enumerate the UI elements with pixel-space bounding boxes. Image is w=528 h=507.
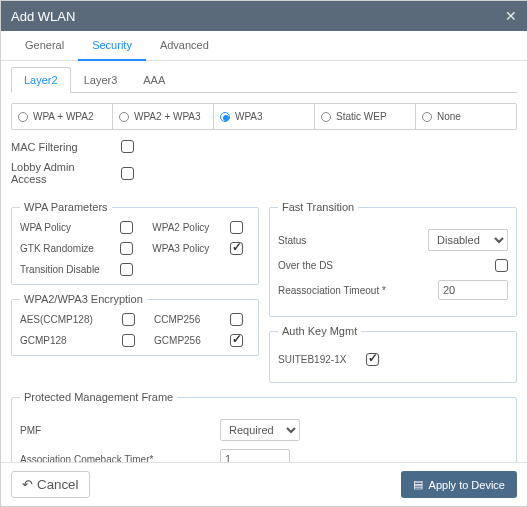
security-mode-radios: WPA + WPA2 WPA2 + WPA3 WPA3 Static WEP N…: [11, 103, 517, 130]
gcmp256-label: GCMP256: [154, 335, 218, 346]
pmf-fieldset: Protected Management Frame PMF Required …: [11, 391, 517, 462]
aes-ccmp128-checkbox[interactable]: [122, 313, 135, 326]
pmf-label: PMF: [20, 425, 160, 436]
gcmp128-label: GCMP128: [20, 335, 110, 346]
apply-button[interactable]: ▤ Apply to Device: [401, 471, 517, 498]
ft-reassoc-input[interactable]: [438, 280, 508, 300]
ft-over-ds-checkbox[interactable]: [495, 259, 508, 272]
gtk-randomize-label: GTK Randomize: [20, 243, 108, 254]
ft-status-label: Status: [278, 235, 306, 246]
tab-advanced[interactable]: Advanced: [146, 31, 223, 60]
wpa-parameters-legend: WPA Parameters: [20, 201, 112, 213]
ccmp256-checkbox[interactable]: [230, 313, 243, 326]
wpa-policy-checkbox[interactable]: [120, 221, 133, 234]
tab-security[interactable]: Security: [78, 31, 146, 61]
radio-wpa3[interactable]: WPA3: [214, 104, 315, 129]
lobby-admin-checkbox[interactable]: [121, 167, 134, 180]
radio-icon: [422, 112, 432, 122]
gtk-randomize-checkbox[interactable]: [120, 242, 133, 255]
radio-none[interactable]: None: [416, 104, 516, 129]
fast-transition-legend: Fast Transition: [278, 201, 358, 213]
subtab-layer3[interactable]: Layer3: [71, 67, 131, 92]
radio-icon: [321, 112, 331, 122]
wpa-parameters-fieldset: WPA Parameters WPA Policy WPA2 Policy GT…: [11, 201, 259, 285]
modal-body[interactable]: Layer2 Layer3 AAA WPA + WPA2 WPA2 + WPA3…: [1, 61, 527, 462]
wpa2-policy-label: WPA2 Policy: [152, 222, 218, 233]
add-wlan-modal: Add WLAN ✕ General Security Advanced Lay…: [0, 0, 528, 507]
pmf-select[interactable]: Required: [220, 419, 300, 441]
suiteb192-label: SUITEB192-1X: [278, 354, 346, 365]
subtab-aaa[interactable]: AAA: [130, 67, 178, 92]
tab-general[interactable]: General: [11, 31, 78, 60]
radio-wpa-wpa2[interactable]: WPA + WPA2: [12, 104, 113, 129]
auth-key-mgmt-legend: Auth Key Mgmt: [278, 325, 361, 337]
gcmp128-checkbox[interactable]: [122, 334, 135, 347]
subtab-layer2[interactable]: Layer2: [11, 67, 71, 93]
wpa3-policy-label: WPA3 Policy: [152, 243, 218, 254]
wpa2-policy-checkbox[interactable]: [230, 221, 243, 234]
encryption-legend: WPA2/WPA3 Encryption: [20, 293, 147, 305]
titlebar: Add WLAN ✕: [1, 1, 527, 31]
footer: ↶ Cancel ▤ Apply to Device: [1, 462, 527, 506]
main-tabs: General Security Advanced: [1, 31, 527, 61]
radio-icon: [18, 112, 28, 122]
gcmp256-checkbox[interactable]: [230, 334, 243, 347]
auth-key-mgmt-fieldset: Auth Key Mgmt SUITEB192-1X: [269, 325, 517, 383]
cancel-button[interactable]: ↶ Cancel: [11, 471, 90, 498]
radio-icon: [220, 112, 230, 122]
close-icon[interactable]: ✕: [505, 8, 517, 24]
assoc-comeback-label: Association Comeback Timer*: [20, 454, 160, 463]
wpa3-policy-checkbox[interactable]: [230, 242, 243, 255]
encryption-fieldset: WPA2/WPA3 Encryption AES(CCMP128) CCMP25…: [11, 293, 259, 356]
fast-transition-fieldset: Fast Transition Status Disabled Over the…: [269, 201, 517, 317]
transition-disable-checkbox[interactable]: [120, 263, 133, 276]
ft-over-ds-label: Over the DS: [278, 260, 333, 271]
aes-ccmp128-label: AES(CCMP128): [20, 314, 110, 325]
undo-icon: ↶: [22, 477, 33, 492]
ccmp256-label: CCMP256: [154, 314, 218, 325]
security-subtabs: Layer2 Layer3 AAA: [11, 67, 517, 93]
wpa-policy-label: WPA Policy: [20, 222, 108, 233]
assoc-comeback-input[interactable]: [220, 449, 290, 462]
lobby-admin-label: Lobby Admin Access: [11, 161, 111, 185]
radio-static-wep[interactable]: Static WEP: [315, 104, 416, 129]
save-icon: ▤: [413, 478, 423, 491]
mac-filtering-label: MAC Filtering: [11, 141, 111, 153]
radio-icon: [119, 112, 129, 122]
radio-wpa2-wpa3[interactable]: WPA2 + WPA3: [113, 104, 214, 129]
pmf-legend: Protected Management Frame: [20, 391, 177, 403]
ft-status-select[interactable]: Disabled: [428, 229, 508, 251]
suiteb192-checkbox[interactable]: [366, 353, 379, 366]
transition-disable-label: Transition Disable: [20, 264, 108, 275]
mac-filtering-checkbox[interactable]: [121, 140, 134, 153]
modal-title: Add WLAN: [11, 9, 75, 24]
ft-reassoc-label: Reassociation Timeout *: [278, 285, 386, 296]
